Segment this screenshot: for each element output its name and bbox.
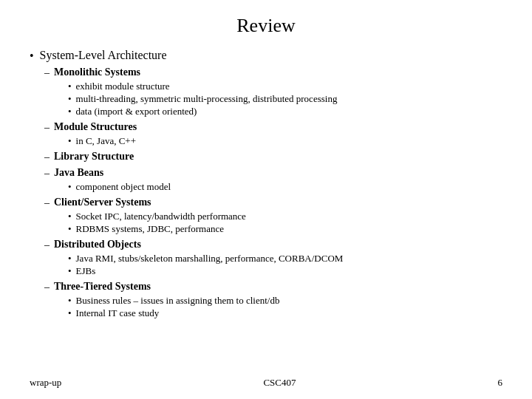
- dash-javabeans: –: [44, 168, 50, 180]
- sub-dot: •: [68, 93, 72, 105]
- sub-text: exhibit module structure: [76, 81, 170, 92]
- clientserver-bullets: • Socket IPC, latency/bandwidth performa…: [68, 211, 502, 235]
- sub-dot: •: [68, 81, 72, 92]
- list-item: • Java RMI, stubs/skeleton marshalling, …: [68, 253, 502, 265]
- list-item: • RDBMS systems, JDBC, performance: [68, 223, 502, 235]
- sub-text: Internal IT case study: [76, 307, 160, 319]
- section-clientserver: – Client/Server Systems: [44, 197, 502, 209]
- sub-text: EJBs: [76, 265, 96, 277]
- monolithic-bullets: • exhibit module structure • multi-threa…: [68, 81, 502, 117]
- section-threetiered-label: Three-Tiered Systems: [54, 281, 151, 293]
- section-threetiered: – Three-Tiered Systems: [44, 281, 502, 293]
- footer-center: CSC407: [61, 377, 497, 389]
- main-bullet: • System-Level Architecture: [30, 49, 502, 63]
- sub-dot: •: [68, 253, 72, 265]
- list-item: • in C, Java, C++: [68, 135, 502, 147]
- dash-clientserver: –: [44, 197, 50, 209]
- module-bullets: • in C, Java, C++: [68, 135, 502, 147]
- list-item: • Internal IT case study: [68, 307, 502, 319]
- main-bullet-label: System-Level Architecture: [40, 49, 167, 62]
- sub-text: data (import & export oriented): [76, 106, 197, 117]
- sub-dot: •: [68, 223, 72, 235]
- distributed-bullets: • Java RMI, stubs/skeleton marshalling, …: [68, 253, 502, 277]
- dash-module: –: [44, 122, 50, 134]
- sub-text: Java RMI, stubs/skeleton marshalling, pe…: [76, 253, 344, 265]
- sub-dot: •: [68, 265, 72, 277]
- sub-dot: •: [68, 106, 72, 117]
- section-distributed: – Distributed Objects: [44, 239, 502, 251]
- sub-text: in C, Java, C++: [76, 135, 136, 147]
- sections-container: – Monolithic Systems • exhibit module st…: [44, 66, 502, 319]
- sub-dot: •: [68, 135, 72, 147]
- list-item: • multi-threading, symmetric multi-proce…: [68, 93, 502, 105]
- dash-library: –: [44, 151, 50, 163]
- dash-threetiered: –: [44, 282, 50, 293]
- sub-dot: •: [68, 181, 72, 193]
- javabeans-bullets: • component object model: [68, 181, 502, 193]
- footer-right: 6: [498, 377, 503, 389]
- sub-dot: •: [68, 307, 72, 319]
- sub-text: multi-threading, symmetric multi-process…: [76, 93, 338, 105]
- section-module-label: Module Structures: [54, 121, 137, 133]
- list-item: • exhibit module structure: [68, 81, 502, 92]
- list-item: • data (import & export oriented): [68, 106, 502, 117]
- section-library-label: Library Structure: [54, 151, 134, 163]
- sub-dot: •: [68, 295, 72, 307]
- dash-monolithic: –: [44, 67, 50, 79]
- sub-text: RDBMS systems, JDBC, performance: [76, 223, 224, 235]
- bullet-dot: •: [30, 50, 34, 63]
- sub-dot: •: [68, 211, 72, 222]
- list-item: • component object model: [68, 181, 502, 193]
- list-item: • Business rules – issues in assigning t…: [68, 295, 502, 307]
- list-item: • EJBs: [68, 265, 502, 277]
- section-module: – Module Structures: [44, 121, 502, 134]
- section-monolithic-label: Monolithic Systems: [54, 66, 140, 78]
- section-library: – Library Structure: [44, 151, 502, 163]
- sub-text: component object model: [76, 181, 171, 193]
- section-monolithic: – Monolithic Systems: [44, 66, 502, 79]
- section-javabeans: – Java Beans: [44, 167, 502, 180]
- list-item: • Socket IPC, latency/bandwidth performa…: [68, 211, 502, 222]
- section-javabeans-label: Java Beans: [54, 167, 103, 179]
- slide: Review • System-Level Architecture – Mon…: [0, 0, 532, 399]
- sub-text: Socket IPC, latency/bandwidth performanc…: [76, 211, 246, 222]
- footer-left: wrap-up: [30, 377, 61, 389]
- sub-text: Business rules – issues in assigning the…: [76, 295, 280, 307]
- section-clientserver-label: Client/Server Systems: [54, 197, 151, 208]
- section-distributed-label: Distributed Objects: [54, 239, 141, 250]
- slide-title: Review: [30, 15, 502, 37]
- footer: wrap-up CSC407 6: [30, 377, 502, 389]
- threetiered-bullets: • Business rules – issues in assigning t…: [68, 295, 502, 319]
- dash-distributed: –: [44, 239, 50, 251]
